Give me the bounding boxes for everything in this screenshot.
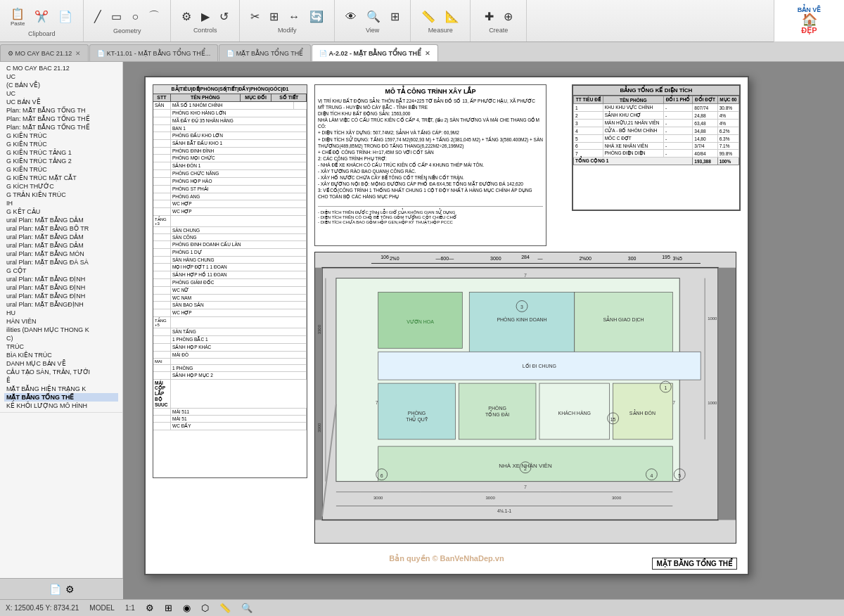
copy-button[interactable]: 📄 — [55, 8, 76, 25]
sidebar-item-2[interactable]: UC BẢN VẼ — [4, 98, 118, 106]
create1-button[interactable]: ✚ — [481, 8, 497, 25]
svg-text:SẢNH GIAO DỊCH: SẢNH GIAO DỊCH — [603, 316, 644, 323]
sidebar-item-36[interactable]: MẶT BẰNG HIỆN TRẠNG K — [4, 385, 118, 393]
circle-button[interactable]: ○ — [128, 8, 142, 25]
sidebar-item-7[interactable]: G KIẾN TRÚC — [4, 140, 118, 148]
sidebar-item-26[interactable]: ural Plan: MẶT BẰNGĐỊNH — [4, 300, 118, 309]
sidebar-item-1[interactable]: UC — [4, 89, 118, 98]
sidebar-item-9[interactable]: G KIẾN TRÚC TẦNG 2 — [4, 157, 118, 165]
sidebar-item-14[interactable]: IH — [4, 199, 118, 207]
tab-close-0[interactable]: ✕ — [75, 50, 81, 57]
mat-bang-label: MẶT BẰNG TỔNG THỂ — [652, 558, 737, 570]
sidebar-item-38[interactable]: KẾ KHỐI LƯỢNG MÔ HÌNH — [4, 402, 118, 410]
sidebar-item-28[interactable]: HÀN VIÊN — [4, 317, 118, 326]
svg-text:3000: 3000 — [486, 496, 496, 500]
svg-text:3: 3 — [520, 304, 523, 309]
status-ortho[interactable]: ⬡ — [201, 603, 209, 613]
line-button[interactable]: ╱ — [91, 8, 105, 25]
sidebar-item-23[interactable]: ural Plan: MẶT BẰNG ĐỊNH — [4, 275, 118, 283]
mod3-button[interactable]: ↔ — [285, 8, 303, 25]
sidebar-item-13[interactable]: G TRẦN KIẾN TRÚC — [4, 191, 118, 199]
sidebar-btn-1[interactable]: 📄 — [49, 584, 61, 595]
paste-button[interactable]: 📋Paste — [7, 5, 28, 29]
sidebar-item-18[interactable]: ural Plan: MẶT BẰNG DẦM — [4, 233, 118, 241]
cut-button[interactable]: ✂️ — [31, 8, 52, 25]
desc-title: MÔ TẢ CÔNG TRÌNH XÂY LẮP — [318, 88, 543, 95]
sidebar-item-3[interactable]: Plan: MẶT BẰNG TỔNG TH — [4, 106, 118, 115]
right-labels: ĐI NGÃ 3 BÊN ĐI CHỢ BÀ VẶT — [736, 252, 736, 543]
sidebar-item-8[interactable]: G KIẾN TRÚC TẦNG 1 — [4, 148, 118, 157]
view2-button[interactable]: 🔍 — [363, 8, 384, 25]
mod4-button[interactable]: 🔄 — [306, 8, 327, 25]
sidebar-item-37[interactable]: MẶT BẰNG TỔNG THỂ — [4, 393, 118, 402]
svg-text:7: 7 — [524, 485, 527, 489]
sidebar-item-30[interactable]: C) — [4, 334, 118, 342]
ctrl2-button[interactable]: ▶ — [198, 8, 213, 25]
svg-text:6: 6 — [381, 473, 383, 478]
svg-text:4⅛.1-1: 4⅛.1-1 — [497, 508, 512, 513]
drawing-area[interactable]: BẢ|TIÊU|ĐỀ|PHÒNG|Số|TIẾT|ĐẦY|PHÒNG|GÓC|Đ… — [123, 62, 844, 599]
sidebar-item-10[interactable]: G KIẾN TRÚC — [4, 165, 118, 174]
view-label: View — [366, 27, 379, 34]
ctrl3-button[interactable]: ↺ — [216, 8, 232, 25]
view3-button[interactable]: ⊞ — [387, 8, 403, 25]
status-gear[interactable]: ⚙ — [146, 603, 154, 613]
sidebar: C MO CAY BAC 21.12 UC (C BẢN VẼ) UC UC B… — [0, 62, 123, 599]
sidebar-item-0[interactable]: C MO CAY BAC 21.12 — [4, 64, 118, 72]
sidebar-item-22[interactable]: G CỘT — [4, 267, 118, 275]
create2-button[interactable]: ⊕ — [500, 8, 516, 25]
sidebar-item-4[interactable]: Plan: MẶT BẰNG TỔNG THỂ — [4, 115, 118, 123]
sidebar-item-17[interactable]: ural Plan: MẶT BẰNG BỐ TR — [4, 224, 118, 233]
mod1-button[interactable]: ✂ — [247, 8, 263, 25]
ribbon-group-clipboard: 📋Paste ✂️ 📄 Clipboard — [0, 0, 84, 41]
sidebar-item-5[interactable]: Plan: MẶT BẰNG TỔNG THỂ — [4, 123, 118, 131]
logo-house-icon: 🏠 — [802, 13, 817, 26]
view1-button[interactable]: 👁 — [342, 8, 360, 25]
sidebar-item-19[interactable]: ural Plan: MẶT BẰNG DẦM — [4, 241, 118, 250]
status-zoom-btn[interactable]: 🔍 — [241, 603, 252, 613]
sidebar-item-ucbanve[interactable]: (C BẢN VẼ) — [4, 81, 118, 89]
controls-label: Controls — [193, 27, 217, 34]
sidebar-btn-2[interactable]: ⚙ — [65, 584, 75, 595]
svg-text:1000: 1000 — [708, 316, 717, 321]
status-coords: X: 12500.45 Y: 8734.21 — [6, 604, 79, 612]
ctrl1-button[interactable]: ⚙ — [178, 8, 195, 25]
sidebar-item-11[interactable]: G KIẾN TRÚC MẶT CẮT — [4, 174, 118, 182]
sidebar-item-24[interactable]: ural Plan: MẶT BẰNG ĐỊNH — [4, 283, 118, 292]
status-measure[interactable]: 📏 — [219, 603, 231, 613]
sidebar-item-33[interactable]: DANH MỤC BẢN VẼ — [4, 359, 118, 368]
tab-2[interactable]: 📄 MẶT BẰNG TỔNG THỂ — [219, 44, 311, 61]
rect-button[interactable]: ▭ — [108, 8, 125, 25]
sidebar-item-20[interactable]: ural Plan: MẶT BẰNG MÓN — [4, 250, 118, 258]
svg-text:LỐI ĐI CHUNG: LỐI ĐI CHUNG — [523, 363, 556, 368]
sidebar-item-35[interactable]: Ế — [4, 376, 118, 385]
arc-button[interactable]: ⌒ — [145, 7, 163, 26]
sidebar-item-6[interactable]: G KIẾN TRÚC — [4, 131, 118, 140]
sidebar-item-34[interactable]: CẤU TẠO SÀN, TRẦN, TƯỚI — [4, 368, 118, 376]
sidebar-item-16[interactable]: ural Plan: MẶT BẰNG DẦM — [4, 216, 118, 224]
sidebar-item-32[interactable]: BÌA KIẾN TRÚC — [4, 351, 118, 359]
tab-close-3[interactable]: ✕ — [425, 50, 430, 57]
tab-1[interactable]: 📄 KT-11.01 - MẶT BẰNG TỔNG THỂ... — [89, 44, 218, 61]
tab-0[interactable]: ⚙ MO CAY BAC 21.12 ✕ — [0, 44, 89, 61]
status-snap[interactable]: ◉ — [183, 603, 191, 613]
svg-rect-8 — [575, 293, 673, 356]
sidebar-item-31[interactable]: TRÚC — [4, 342, 118, 351]
sidebar-item-27[interactable]: HU — [4, 309, 118, 317]
svg-rect-2 — [718, 268, 736, 520]
ribbon-group-create: ✚ ⊕ Create — [471, 0, 527, 41]
sidebar-item-15[interactable]: G KẾT CẤU — [4, 207, 118, 216]
floor-plan-svg: VƯỜN HOA PHÒNG KINH DOANH SẢNH GIAO DỊCH… — [315, 262, 736, 543]
sidebar-item-uc[interactable]: UC — [4, 72, 118, 81]
tab-3[interactable]: 📄 A-2.02 - MẶT BẰNG TỔNG THỂ ✕ — [312, 44, 438, 61]
mod2-button[interactable]: ⊞ — [266, 8, 282, 25]
tabbar: ⚙ MO CAY BAC 21.12 ✕ 📄 KT-11.01 - MẶT BẰ… — [0, 42, 844, 62]
measure2-button[interactable]: 📐 — [442, 8, 463, 25]
measure1-button[interactable]: 📏 — [418, 8, 439, 25]
logo: BẢN VẼ 🏠 ĐẸP — [774, 0, 844, 42]
sidebar-item-12[interactable]: G KÍCH THƯỚC — [4, 182, 118, 191]
sidebar-item-21[interactable]: ural Plan: MẶT BẰNG ĐÀ SÀ — [4, 258, 118, 267]
sidebar-item-29[interactable]: ilities (DANH MỤC THONG K — [4, 326, 118, 334]
status-grid[interactable]: ⊞ — [165, 603, 172, 613]
sidebar-item-25[interactable]: ural Plan: MẶT BẰNG ĐỊNH — [4, 292, 118, 300]
